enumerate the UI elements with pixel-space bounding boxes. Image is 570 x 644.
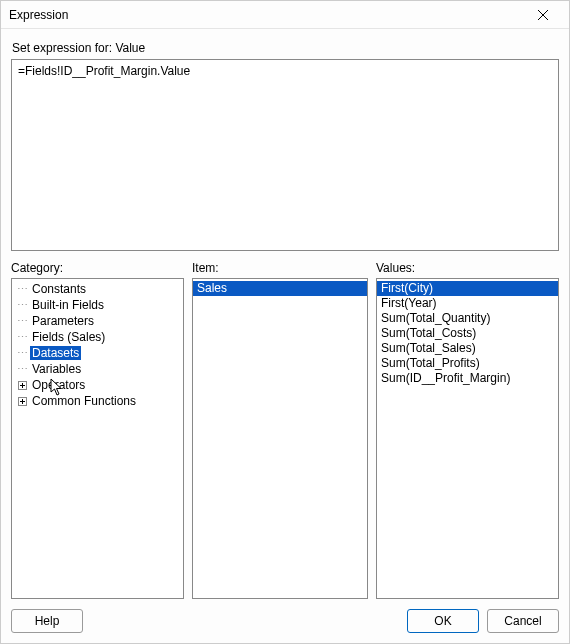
tree-item[interactable]: ⋯Fields (Sales) [12, 329, 183, 345]
tree-item-label[interactable]: Operators [30, 378, 87, 392]
tree-item-label[interactable]: Datasets [30, 346, 81, 360]
window-title: Expression [9, 8, 523, 22]
tree-connector-icon: ⋯ [16, 283, 28, 296]
values-listbox[interactable]: First(City)First(Year)Sum(Total_Quantity… [376, 278, 559, 599]
tree-connector-icon: ⋯ [16, 363, 28, 376]
values-column: Values: First(City)First(Year)Sum(Total_… [376, 261, 559, 599]
tree-item-label[interactable]: Fields (Sales) [30, 330, 107, 344]
list-item[interactable]: Sales [193, 281, 367, 296]
list-item[interactable]: Sum(Total_Quantity) [377, 311, 558, 326]
tree-item-label[interactable]: Constants [30, 282, 88, 296]
close-icon [538, 10, 548, 20]
selector-columns: Category: ⋯Constants⋯Built-in Fields⋯Par… [11, 261, 559, 599]
category-label: Category: [11, 261, 184, 275]
item-label: Item: [192, 261, 368, 275]
help-button[interactable]: Help [11, 609, 83, 633]
dialog-footer: Help OK Cancel [1, 599, 569, 643]
tree-item[interactable]: Common Functions [12, 393, 183, 409]
tree-item[interactable]: ⋯Variables [12, 361, 183, 377]
tree-item-label[interactable]: Parameters [30, 314, 96, 328]
list-item[interactable]: First(City) [377, 281, 558, 296]
category-listbox[interactable]: ⋯Constants⋯Built-in Fields⋯Parameters⋯Fi… [11, 278, 184, 599]
tree-item-label[interactable]: Built-in Fields [30, 298, 106, 312]
expand-icon[interactable] [16, 397, 28, 406]
item-column: Item: Sales [192, 261, 368, 599]
tree-connector-icon: ⋯ [16, 331, 28, 344]
tree-item[interactable]: ⋯Parameters [12, 313, 183, 329]
titlebar: Expression [1, 1, 569, 29]
ok-button[interactable]: OK [407, 609, 479, 633]
expand-icon[interactable] [16, 381, 28, 390]
tree-item-label[interactable]: Common Functions [30, 394, 138, 408]
list-item[interactable]: Sum(Total_Costs) [377, 326, 558, 341]
tree-connector-icon: ⋯ [16, 315, 28, 328]
expression-dialog: Expression Set expression for: Value Cat… [0, 0, 570, 644]
item-listbox[interactable]: Sales [192, 278, 368, 599]
values-label: Values: [376, 261, 559, 275]
close-button[interactable] [523, 2, 563, 28]
category-column: Category: ⋯Constants⋯Built-in Fields⋯Par… [11, 261, 184, 599]
list-item[interactable]: First(Year) [377, 296, 558, 311]
set-expression-label: Set expression for: Value [12, 41, 558, 55]
tree-item[interactable]: ⋯Built-in Fields [12, 297, 183, 313]
tree-item[interactable]: Operators [12, 377, 183, 393]
cancel-button[interactable]: Cancel [487, 609, 559, 633]
list-item[interactable]: Sum(Total_Profits) [377, 356, 558, 371]
tree-connector-icon: ⋯ [16, 347, 28, 360]
expression-input[interactable] [11, 59, 559, 251]
list-item[interactable]: Sum(Total_Sales) [377, 341, 558, 356]
tree-connector-icon: ⋯ [16, 299, 28, 312]
dialog-content: Set expression for: Value Category: ⋯Con… [1, 29, 569, 599]
tree-item-label[interactable]: Variables [30, 362, 83, 376]
tree-item[interactable]: ⋯Constants [12, 281, 183, 297]
list-item[interactable]: Sum(ID__Profit_Margin) [377, 371, 558, 386]
tree-item[interactable]: ⋯Datasets [12, 345, 183, 361]
